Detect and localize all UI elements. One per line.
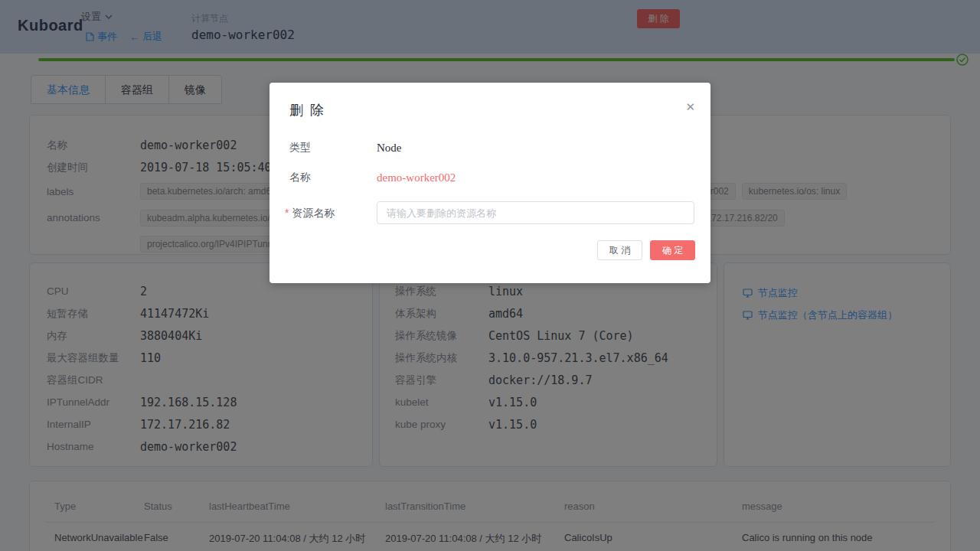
type-value: Node [377, 142, 402, 155]
modal-resource-row: *资源名称 [285, 207, 377, 220]
type-label: 类型 [289, 141, 377, 155]
resource-name-label-text: 资源名称 [292, 207, 335, 219]
resource-name-label: *资源名称 [285, 207, 377, 220]
resource-name-input[interactable] [377, 201, 694, 224]
node-detail-page: Kuboard 设置 事件 ← 后退 计算节点 demo-worker002 删… [0, 0, 980, 551]
modal-type-row: 类型 Node [289, 141, 402, 155]
delete-modal: 删 除 ✕ 类型 Node 名称 demo-worker002 *资源名称 取 … [270, 83, 710, 283]
close-icon[interactable]: ✕ [685, 101, 695, 112]
cancel-button[interactable]: 取 消 [597, 240, 642, 260]
modal-name-row: 名称 demo-worker002 [289, 171, 456, 184]
confirm-button[interactable]: 确 定 [650, 240, 695, 260]
required-asterisk: * [285, 207, 289, 219]
name-label: 名称 [289, 171, 377, 184]
modal-title: 删 除 [289, 101, 325, 119]
name-value: demo-worker002 [377, 171, 456, 184]
